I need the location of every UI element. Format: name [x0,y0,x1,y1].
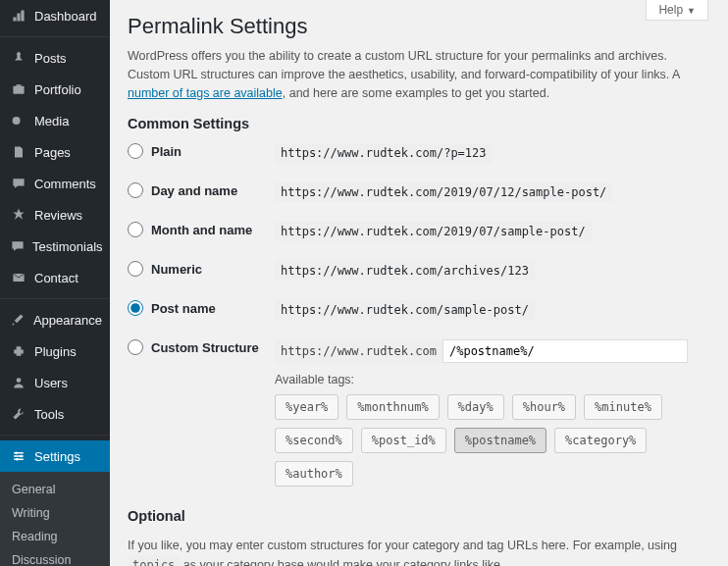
submenu-item-writing[interactable]: Writing [0,501,110,525]
plugin-icon [10,342,27,360]
option-numeric: Numeric https://www.rudtek.com/archives/… [128,261,710,281]
optional-code1: topics [128,556,180,566]
sidebar-item-contact[interactable]: Contact [0,262,110,293]
settings-submenu: General Writing Reading Discussion Media… [0,472,110,566]
svg-point-6 [16,458,18,460]
example-dayname: https://www.rudtek.com/2019/07/12/sample… [275,182,612,202]
tag-minute[interactable]: %minute% [584,394,662,420]
radio-numeric[interactable]: Numeric [128,261,275,277]
tag-hour[interactable]: %hour% [512,394,576,420]
radio-monthname[interactable]: Month and name [128,222,275,237]
page-icon [10,143,27,161]
tag-monthnum[interactable]: %monthnum% [346,394,439,420]
sidebar-item-comments[interactable]: Comments [0,168,110,199]
example-postname: https://www.rudtek.com/sample-post/ [275,300,535,320]
sidebar-separator [0,298,110,299]
radio-input-plain[interactable] [128,143,143,159]
tag-buttons: %year% %monthnum% %day% %hour% %minute% … [275,394,710,487]
sidebar-item-media[interactable]: Media [0,105,110,136]
intro-text: WordPress offers you the ability to crea… [128,47,710,102]
help-label: Help [658,3,683,17]
sidebar-label: Contact [34,271,78,285]
main-content: Help▼ Permalink Settings WordPress offer… [110,0,728,566]
user-icon [10,374,27,391]
radio-input-monthname[interactable] [128,222,143,237]
tag-postname[interactable]: %postname% [454,428,546,453]
sidebar-label: Pages [34,145,71,160]
option-plain: Plain https://www.rudtek.com/?p=123 [128,143,710,163]
radio-plain[interactable]: Plain [128,143,275,159]
sidebar-label: Appearance [33,313,102,328]
tag-category[interactable]: %category% [554,428,647,453]
chevron-down-icon: ▼ [687,6,696,16]
dashboard-icon [10,7,27,25]
brush-icon [10,311,26,329]
optional-heading: Optional [128,508,710,524]
page-title: Permalink Settings [128,14,710,39]
submenu-item-reading[interactable]: Reading [0,525,110,548]
radio-dayname[interactable]: Day and name [128,182,275,198]
sidebar-label: Portfolio [34,82,81,97]
mail-icon [10,269,27,286]
custom-base-url: https://www.rudtek.com [275,339,442,363]
svg-point-1 [13,117,21,125]
radio-input-custom[interactable] [128,339,143,355]
tag-year[interactable]: %year% [275,394,338,420]
tag-second[interactable]: %second% [275,428,353,453]
sidebar-item-tools[interactable]: Tools [0,398,110,430]
sidebar-label: Media [34,114,69,129]
sidebar-item-users[interactable]: Users [0,367,110,398]
tag-post-id[interactable]: %post_id% [361,428,446,453]
submenu-item-general[interactable]: General [0,478,110,501]
custom-structure-input[interactable] [442,339,688,363]
admin-sidebar: Dashboard Posts Portfolio Media Pages Co… [0,0,110,566]
radio-custom[interactable]: Custom Structure [128,339,275,355]
sidebar-item-reviews[interactable]: Reviews [0,199,110,231]
option-dayname: Day and name https://www.rudtek.com/2019… [128,182,710,202]
sidebar-item-posts[interactable]: Posts [0,42,110,74]
sidebar-label: Dashboard [34,9,97,24]
sidebar-item-portfolio[interactable]: Portfolio [0,74,110,105]
sidebar-label: Settings [34,449,80,464]
radio-postname[interactable]: Post name [128,300,275,316]
sidebar-item-appearance[interactable]: Appearance [0,304,110,335]
sidebar-item-dashboard[interactable]: Dashboard [0,0,110,31]
sidebar-label: Users [34,376,68,390]
example-monthname: https://www.rudtek.com/2019/07/sample-po… [275,222,592,241]
sidebar-separator [0,435,110,436]
sidebar-item-pages[interactable]: Pages [0,136,110,168]
radio-input-postname[interactable] [128,300,143,316]
option-custom: Custom Structure https://www.rudtek.com … [128,339,710,487]
sidebar-label: Reviews [34,208,82,223]
sidebar-label: Testimonials [32,239,103,254]
help-tab[interactable]: Help▼ [646,0,708,21]
sidebar-item-settings[interactable]: Settings [0,440,110,472]
pin-icon [10,49,27,67]
sidebar-label: Tools [34,407,64,422]
comment-icon [10,175,27,192]
tag-day[interactable]: %day% [447,394,504,420]
settings-icon [10,447,27,465]
sidebar-item-testimonials[interactable]: Testimonials [0,231,110,262]
example-plain: https://www.rudtek.com/?p=123 [275,143,493,163]
svg-point-3 [17,378,22,383]
testimonial-icon [10,237,26,255]
tags-link[interactable]: number of tags are available [128,86,283,100]
sidebar-label: Posts [34,51,67,66]
sidebar-item-plugins[interactable]: Plugins [0,335,110,367]
option-monthname: Month and name https://www.rudtek.com/20… [128,222,710,241]
radio-input-numeric[interactable] [128,261,143,277]
common-settings-heading: Common Settings [128,116,710,131]
star-icon [10,206,27,224]
optional-text: If you like, you may enter custom struct… [128,536,710,566]
wrench-icon [10,405,27,423]
option-postname: Post name https://www.rudtek.com/sample-… [128,300,710,320]
svg-point-5 [20,455,22,457]
sidebar-separator [0,36,110,37]
tag-author[interactable]: %author% [275,461,353,487]
sidebar-label: Comments [34,177,96,191]
submenu-item-discussion[interactable]: Discussion [0,548,110,566]
radio-input-dayname[interactable] [128,182,143,198]
media-icon [10,112,27,129]
sidebar-label: Plugins [34,344,77,359]
